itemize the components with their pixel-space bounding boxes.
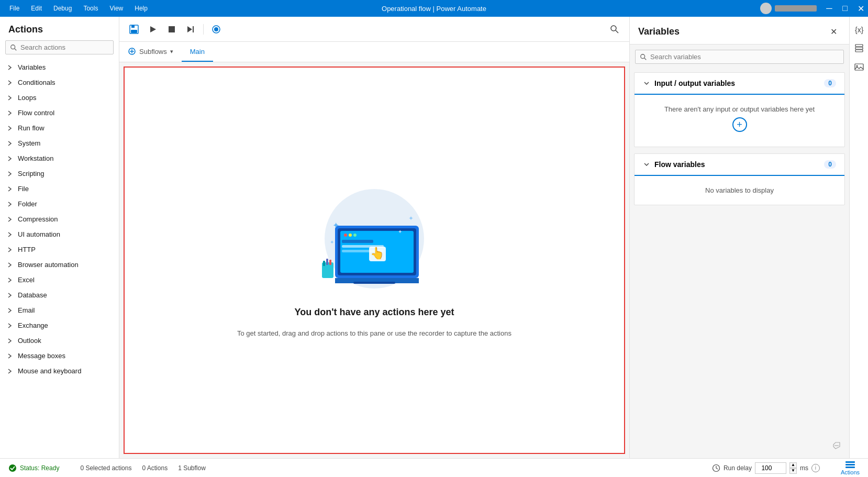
svg-point-20: [344, 234, 347, 237]
flow-variables-section-header[interactable]: Flow variables 0: [635, 154, 844, 176]
action-item-http[interactable]: HTTP: [0, 242, 119, 257]
action-item-flow-control[interactable]: Flow control: [0, 105, 119, 120]
action-item-database[interactable]: Database: [0, 287, 119, 303]
action-item-browser-automation[interactable]: Browser automation: [0, 257, 119, 272]
actions-search-input[interactable]: [20, 43, 109, 51]
stop-button[interactable]: [163, 21, 180, 38]
flow-variables-empty-text: No variables to display: [643, 186, 836, 194]
action-item-variables[interactable]: Variables: [0, 60, 119, 75]
save-button[interactable]: [126, 21, 142, 38]
run-delay-increment[interactable]: ▲: [789, 462, 797, 468]
run-button[interactable]: [144, 21, 161, 38]
action-item-compression[interactable]: Compression: [0, 212, 119, 227]
chevron-right-icon: [6, 368, 14, 375]
svg-point-21: [349, 234, 352, 237]
svg-rect-35: [323, 261, 325, 266]
svg-rect-4: [131, 30, 137, 33]
svg-text:✦: ✦: [398, 229, 402, 235]
next-button[interactable]: [182, 21, 199, 38]
titlebar-menu-tools[interactable]: Tools: [78, 3, 103, 14]
next-icon: [186, 25, 195, 34]
svg-rect-8: [193, 26, 194, 32]
chevron-right-icon: [6, 261, 14, 269]
tab-subflows[interactable]: Subflows ▾: [119, 42, 182, 62]
action-label: Run flow: [18, 124, 44, 132]
toolbar: [119, 17, 629, 42]
toolbar-separator: [203, 24, 204, 35]
subflows-tab-label: Subflows: [139, 48, 167, 56]
variables-panel: Variables ✕ Input / output variables 0: [629, 17, 849, 458]
titlebar-menu-edit[interactable]: Edit: [26, 3, 47, 14]
status-text: Status: Ready: [20, 464, 59, 472]
action-item-run-flow[interactable]: Run flow: [0, 120, 119, 136]
record-button[interactable]: [208, 21, 225, 38]
variables-search-icon: [640, 53, 647, 61]
input-output-section-header[interactable]: Input / output variables 0: [635, 73, 844, 95]
variables-panel-title: Variables: [638, 26, 680, 37]
svg-line-12: [616, 30, 618, 33]
actions-count: 0 Actions: [142, 464, 168, 472]
section-collapse-icon: [643, 80, 650, 87]
action-item-exchange[interactable]: Exchange: [0, 318, 119, 333]
actions-search-box[interactable]: [5, 40, 114, 54]
action-item-conditionals[interactable]: Conditionals: [0, 75, 119, 90]
image-sidebar-icon[interactable]: [851, 59, 867, 75]
empty-state-illustration: 👆 ✦ ✦ ✦ ✦: [306, 181, 442, 296]
variables-sidebar-icon[interactable]: {x}: [851, 21, 867, 38]
user-area[interactable]: [756, 3, 821, 14]
svg-line-39: [644, 58, 647, 60]
action-item-system[interactable]: System: [0, 136, 119, 151]
titlebar-menu-file[interactable]: File: [4, 3, 25, 14]
action-item-excel[interactable]: Excel: [0, 272, 119, 287]
flow-variables-section-body: No variables to display: [635, 176, 844, 205]
titlebar-menu-debug[interactable]: Debug: [48, 3, 77, 14]
titlebar-menu-view[interactable]: View: [104, 3, 128, 14]
svg-text:{x}: {x}: [855, 26, 864, 34]
close-button[interactable]: ✕: [853, 0, 868, 17]
chevron-right-icon: [6, 185, 14, 193]
variables-search-input[interactable]: [650, 53, 839, 61]
svg-marker-5: [150, 26, 156, 32]
tab-main[interactable]: Main: [182, 42, 213, 62]
action-item-loops[interactable]: Loops: [0, 90, 119, 105]
action-label: Database: [18, 291, 47, 299]
minimize-button[interactable]: ─: [822, 0, 837, 17]
flow-variables-count-badge: 0: [824, 160, 836, 169]
run-delay-info-icon[interactable]: i: [811, 464, 820, 472]
action-item-file[interactable]: File: [0, 181, 119, 196]
action-item-mouse-keyboard[interactable]: Mouse and keyboard: [0, 363, 119, 379]
svg-point-0: [11, 45, 15, 49]
flow-canvas[interactable]: 👆 ✦ ✦ ✦ ✦ You don't have any actions her…: [124, 66, 625, 454]
action-label: System: [18, 139, 40, 147]
input-output-variables-section: Input / output variables 0 There aren't …: [634, 72, 845, 147]
action-label: Folder: [18, 200, 37, 208]
section-collapse-icon: [643, 161, 650, 168]
action-item-ui-automation[interactable]: UI automation: [0, 227, 119, 242]
variables-search-box[interactable]: [635, 50, 844, 64]
action-label: HTTP: [18, 246, 36, 253]
main-tab-label: Main: [190, 48, 205, 56]
variables-close-button[interactable]: ✕: [826, 24, 841, 39]
action-item-scripting[interactable]: Scripting: [0, 166, 119, 181]
action-item-message-boxes[interactable]: Message boxes: [0, 348, 119, 363]
clear-button[interactable]: [828, 437, 845, 454]
maximize-button[interactable]: □: [838, 0, 852, 17]
titlebar-menu: File Edit Debug Tools View Help: [4, 3, 153, 14]
chevron-right-icon: [6, 216, 14, 223]
actions-tab-area[interactable]: Actions: [841, 461, 860, 475]
action-item-folder[interactable]: Folder: [0, 196, 119, 212]
action-item-outlook[interactable]: Outlook: [0, 333, 119, 348]
svg-point-48: [9, 464, 16, 472]
run-delay-decrement[interactable]: ▼: [789, 468, 797, 474]
canvas-search-button[interactable]: [606, 21, 623, 38]
titlebar-menu-help[interactable]: Help: [129, 3, 153, 14]
action-item-workstation[interactable]: Workstation: [0, 151, 119, 166]
titlebar-controls: ─ □ ✕: [756, 0, 868, 17]
action-label: Message boxes: [18, 352, 65, 360]
action-item-email[interactable]: Email: [0, 303, 119, 318]
layers-sidebar-icon[interactable]: [851, 40, 867, 57]
add-variable-button[interactable]: +: [732, 117, 747, 132]
run-delay-input[interactable]: [755, 462, 786, 474]
chevron-right-icon: [6, 246, 14, 253]
action-label: Variables: [18, 63, 46, 71]
